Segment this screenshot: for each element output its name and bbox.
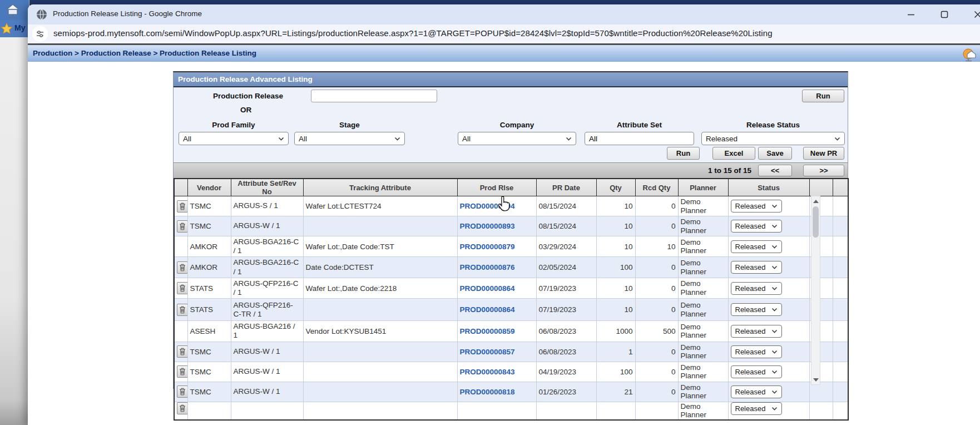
column-header-tracking-attribute: Tracking Attribute: [303, 179, 457, 196]
parent-favorites-row[interactable]: My: [0, 20, 29, 37]
status-value: Released: [735, 404, 766, 413]
filter-label-stage: Stage: [294, 121, 405, 129]
url-bar[interactable]: semiops-prod.mytensoft.com/semi/WindowPo…: [28, 24, 980, 44]
planner-cell: Demo Planner: [678, 382, 728, 402]
previous-page-button[interactable]: <<: [758, 165, 792, 176]
delete-button[interactable]: [177, 304, 187, 316]
filter-select-release-status[interactable]: Released: [701, 132, 845, 145]
status-select[interactable]: Released: [731, 200, 782, 212]
favorites-star-icon: [1, 23, 13, 35]
delete-button[interactable]: [177, 261, 187, 274]
prod-rlse-link[interactable]: PROD00000859: [460, 327, 515, 335]
planner-cell: Demo Planner: [678, 342, 728, 362]
table-row: ASESHARGUS-BGA216 / 1Vendor Lot:KYSUB145…: [174, 321, 848, 342]
delete-button[interactable]: [177, 386, 187, 398]
prod-rlse-link[interactable]: PROD00000843: [460, 368, 515, 376]
status-select[interactable]: Released: [731, 240, 782, 253]
delete-button[interactable]: [177, 365, 187, 378]
tracking-cell: [303, 382, 457, 402]
save-button[interactable]: Save: [758, 147, 792, 160]
qty-cell: 100: [596, 257, 635, 278]
close-button[interactable]: [971, 8, 980, 21]
delete-cell: [174, 196, 187, 216]
new-pr-button[interactable]: New PR: [803, 147, 844, 160]
parent-titlebar: [0, 0, 29, 20]
status-select[interactable]: Released: [731, 282, 782, 295]
prod-rlse-link[interactable]: PROD00000879: [460, 243, 515, 251]
prod-rlse-link[interactable]: PROD00000894: [460, 202, 515, 210]
planner-cell: Demo Planner: [678, 278, 728, 298]
parent-app-home-icon: [4, 2, 22, 19]
attr-set-cell: ARGUS-W / 1: [231, 342, 303, 362]
status-select[interactable]: Released: [731, 261, 782, 274]
site-settings-button[interactable]: [32, 26, 48, 42]
prod-rlse-link[interactable]: PROD00000857: [460, 348, 515, 356]
rcd-qty-cell: 0: [635, 342, 678, 362]
delete-button[interactable]: [177, 402, 187, 414]
trash-icon: [179, 284, 186, 292]
status-select[interactable]: Released: [731, 345, 782, 358]
prod-rlse-link[interactable]: PROD00000864: [460, 284, 515, 293]
excel-button[interactable]: Excel: [712, 147, 755, 160]
status-cell: Released: [728, 382, 809, 402]
prod-rlse-link[interactable]: PROD00000864: [460, 305, 515, 314]
pr-date-cell: 07/19/2023: [536, 299, 596, 321]
prod-rlse-link[interactable]: PROD00000876: [460, 263, 515, 271]
production-release-input[interactable]: [311, 90, 437, 102]
filter-select-stage[interactable]: All: [294, 132, 405, 145]
window-title: Production Release Listing - Google Chro…: [53, 9, 202, 18]
vendor-cell: STATS: [187, 278, 231, 298]
vendor-cell: AMKOR: [187, 236, 231, 257]
next-page-button[interactable]: >>: [803, 165, 844, 176]
pagination-range: 1 to 15 of 15: [708, 166, 751, 175]
status-select[interactable]: Released: [731, 386, 782, 398]
status-cell: Released: [728, 299, 809, 321]
qty-cell: 10: [596, 236, 635, 257]
scroll-up-icon[interactable]: [811, 197, 820, 205]
table-header-row: VendorAttribute Set/Rev NoTracking Attri…: [174, 179, 848, 196]
address-url[interactable]: semiops-prod.mytensoft.com/semi/WindowPo…: [53, 28, 773, 38]
delete-button[interactable]: [177, 220, 187, 233]
panel-title: Production Release Advanced Listing: [174, 72, 848, 87]
filter-select-company[interactable]: All: [458, 132, 576, 145]
column-header-attribute-set-rev-no: Attribute Set/Rev No: [231, 179, 303, 196]
prod-rlse-link[interactable]: PROD00000893: [460, 222, 515, 230]
filter-input-attribute-set[interactable]: [585, 132, 694, 145]
column-header-empty: [174, 179, 187, 196]
tracking-cell: Wafer Lot:LCTEST724: [303, 196, 457, 216]
table-scrollbar[interactable]: [811, 196, 820, 385]
prod-rlse-cell: PROD00000843: [457, 362, 536, 382]
maximize-button[interactable]: [938, 8, 951, 21]
window-titlebar[interactable]: Production Release Listing - Google Chro…: [28, 4, 980, 24]
breadcrumb[interactable]: Production > Production Release > Produc…: [33, 49, 256, 57]
prod-rlse-link[interactable]: PROD00000818: [460, 388, 515, 396]
chevron-down-icon: [834, 137, 840, 141]
filter-select-prod-family[interactable]: All: [179, 132, 289, 145]
status-cell: Released: [728, 278, 809, 298]
status-select[interactable]: Released: [731, 325, 782, 338]
planner-cell: Demo Planner: [678, 257, 728, 278]
delete-button[interactable]: [177, 200, 187, 212]
chevron-down-icon: [771, 407, 778, 411]
tracking-cell: [303, 342, 457, 362]
scrollbar-thumb[interactable]: [813, 206, 819, 238]
column-header-qty: Qty: [596, 179, 635, 196]
attr-set-cell: ARGUS-S / 1: [231, 196, 303, 216]
status-select[interactable]: Released: [731, 303, 782, 316]
run-button-top[interactable]: Run: [802, 90, 844, 102]
maximize-icon: [941, 11, 948, 18]
status-select[interactable]: Released: [731, 402, 782, 415]
minimize-button[interactable]: [904, 8, 918, 21]
scroll-down-icon[interactable]: [811, 375, 820, 384]
status-select[interactable]: Released: [731, 220, 782, 233]
status-select[interactable]: Released: [731, 365, 782, 378]
run-button[interactable]: Run: [667, 147, 700, 160]
delete-button[interactable]: [177, 282, 187, 294]
selected-value: All: [462, 135, 471, 143]
vendor-cell: TSMC: [187, 196, 231, 216]
vendor-cell: TSMC: [187, 342, 231, 362]
selected-value: All: [299, 135, 307, 143]
delete-cell: [174, 216, 187, 236]
delete-button[interactable]: [177, 345, 187, 358]
home-icon[interactable]: [962, 47, 977, 62]
